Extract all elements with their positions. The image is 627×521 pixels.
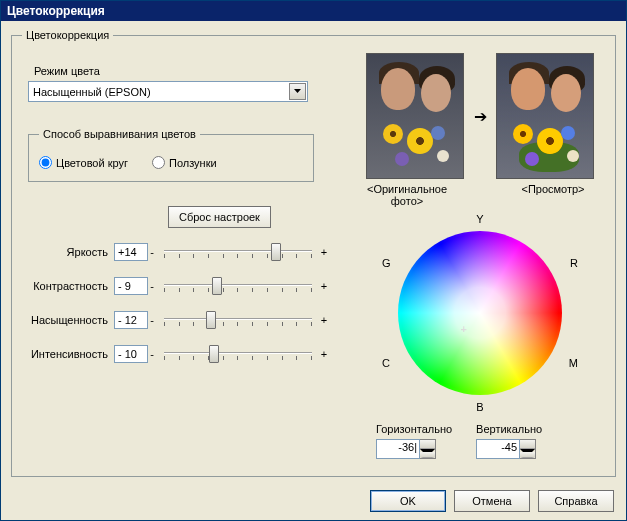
- reset-button[interactable]: Сброс настроек: [168, 206, 271, 228]
- slider-thumb[interactable]: [206, 311, 216, 329]
- contrast-slider[interactable]: [164, 276, 312, 296]
- minus-icon: -: [148, 280, 156, 292]
- axis-c: C: [382, 357, 390, 369]
- wheel-picker-cross[interactable]: +: [460, 323, 466, 335]
- plus-icon: +: [320, 348, 328, 360]
- plus-icon: +: [320, 280, 328, 292]
- saturation-slider[interactable]: [164, 310, 312, 330]
- vertical-value[interactable]: -45: [476, 439, 520, 459]
- saturation-label: Насыщенность: [28, 314, 114, 326]
- chevron-down-icon[interactable]: [289, 83, 306, 100]
- color-correction-group: Цветокоррекция Режим цвета Насыщенный (E…: [11, 29, 616, 477]
- spin-down-icon[interactable]: [520, 449, 535, 458]
- color-wheel[interactable]: Y G R C M B +: [380, 213, 580, 413]
- contrast-value[interactable]: - 9: [114, 277, 148, 295]
- adjusted-photo-preview: [496, 53, 594, 179]
- plus-icon: +: [320, 246, 328, 258]
- brightness-value[interactable]: +14: [114, 243, 148, 261]
- saturation-value[interactable]: - 12: [114, 311, 148, 329]
- axis-r: R: [570, 257, 578, 269]
- mode-label: Режим цвета: [34, 65, 328, 77]
- color-correction-window: Цветокоррекция Цветокоррекция Режим цвет…: [0, 0, 627, 521]
- vertical-spinner[interactable]: -45: [476, 439, 542, 459]
- brightness-slider[interactable]: [164, 242, 312, 262]
- minus-icon: -: [148, 348, 156, 360]
- mode-value: Насыщенный (EPSON): [33, 86, 151, 98]
- intensity-row: Интенсивность - 10 - +: [28, 344, 328, 364]
- ok-button[interactable]: OK: [370, 490, 446, 512]
- horizontal-label: Горизонтально: [376, 423, 452, 435]
- cancel-button[interactable]: Отмена: [454, 490, 530, 512]
- original-photo-preview: [366, 53, 464, 179]
- mode-select[interactable]: Насыщенный (EPSON): [28, 81, 308, 102]
- radio-color-wheel-label: Цветовой круг: [56, 157, 128, 169]
- arrow-right-icon: ➔: [470, 107, 490, 126]
- minus-icon: -: [148, 314, 156, 326]
- minus-icon: -: [148, 246, 156, 258]
- spin-up-icon[interactable]: [520, 440, 535, 449]
- original-caption: <Оригинальное фото>: [352, 183, 462, 207]
- radio-sliders-label: Ползунки: [169, 157, 217, 169]
- group-title: Цветокоррекция: [22, 29, 113, 41]
- plus-icon: +: [320, 314, 328, 326]
- slider-thumb[interactable]: [212, 277, 222, 295]
- vertical-label: Вертикально: [476, 423, 542, 435]
- dialog-footer: OK Отмена Справка: [370, 490, 614, 512]
- contrast-label: Контрастность: [28, 280, 114, 292]
- spin-down-icon[interactable]: [420, 449, 435, 458]
- balance-method-group: Способ выравнивания цветов Цветовой круг…: [28, 128, 314, 182]
- intensity-value[interactable]: - 10: [114, 345, 148, 363]
- contrast-row: Контрастность - 9 - +: [28, 276, 328, 296]
- axis-y: Y: [476, 213, 483, 225]
- brightness-row: Яркость +14 - +: [28, 242, 328, 262]
- slider-thumb[interactable]: [209, 345, 219, 363]
- radio-color-wheel[interactable]: Цветовой круг: [39, 156, 128, 169]
- axis-g: G: [382, 257, 391, 269]
- radio-sliders[interactable]: Ползунки: [152, 156, 217, 169]
- preview-caption: <Просмотр>: [498, 183, 608, 207]
- titlebar: Цветокоррекция: [1, 1, 626, 21]
- preview-row: ➔: [344, 53, 616, 179]
- brightness-label: Яркость: [28, 246, 114, 258]
- intensity-label: Интенсивность: [28, 348, 114, 360]
- balance-method-title: Способ выравнивания цветов: [39, 128, 200, 140]
- slider-thumb[interactable]: [271, 243, 281, 261]
- saturation-row: Насыщенность - 12 - +: [28, 310, 328, 330]
- help-button[interactable]: Справка: [538, 490, 614, 512]
- horizontal-value[interactable]: -36|: [376, 439, 420, 459]
- intensity-slider[interactable]: [164, 344, 312, 364]
- axis-m: M: [569, 357, 578, 369]
- axis-b: B: [476, 401, 483, 413]
- horizontal-spinner[interactable]: -36|: [376, 439, 452, 459]
- spin-up-icon[interactable]: [420, 440, 435, 449]
- window-title: Цветокоррекция: [7, 4, 105, 18]
